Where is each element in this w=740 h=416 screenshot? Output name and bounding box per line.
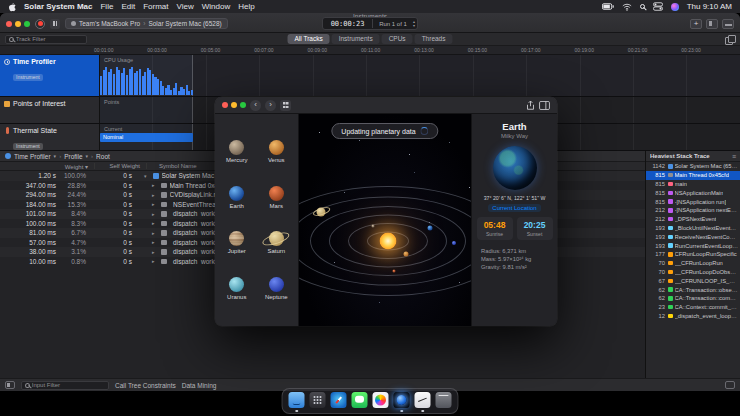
dock-item[interactable] bbox=[310, 392, 326, 408]
siri-icon[interactable] bbox=[671, 3, 679, 11]
disclosure-triangle-icon[interactable]: ▸ bbox=[152, 230, 158, 236]
dock-item[interactable] bbox=[436, 392, 452, 408]
scene-planet[interactable] bbox=[452, 241, 456, 245]
column-weight[interactable]: Weight ▾ bbox=[0, 163, 94, 170]
scene-planet[interactable] bbox=[371, 225, 374, 228]
stack-frame-row[interactable]: 815 NSApplicationMain bbox=[646, 188, 740, 197]
dock-item[interactable] bbox=[373, 392, 389, 408]
track-view-segment[interactable]: Instruments bbox=[332, 34, 380, 44]
sun[interactable] bbox=[380, 233, 397, 250]
scene-planet[interactable] bbox=[317, 207, 326, 216]
dock-item[interactable] bbox=[394, 392, 410, 408]
menu-item[interactable]: Edit bbox=[121, 2, 135, 11]
disclosure-triangle-icon[interactable]: ▸ bbox=[152, 201, 158, 207]
menu-app-name[interactable]: Solar System Mac bbox=[24, 2, 92, 11]
stack-frame-row[interactable]: 12 _dispatch_event_loop_poke bbox=[646, 312, 740, 321]
menu-item[interactable]: File bbox=[100, 2, 113, 11]
stack-frame-row[interactable]: 193 _BlockUntilNextEventMatchingListInMo… bbox=[646, 224, 740, 233]
library-button[interactable]: + bbox=[690, 19, 702, 29]
track-view-segment[interactable]: CPUs bbox=[382, 34, 413, 44]
scene-planet[interactable] bbox=[427, 226, 432, 231]
track-head-time-profiler[interactable]: Time Profiler Instrument bbox=[0, 55, 100, 96]
sidebar-planet-item[interactable]: Jupiter bbox=[228, 231, 246, 254]
minimize-button[interactable] bbox=[231, 102, 237, 108]
target-device-selector[interactable]: Team's MacBook Pro › Solar System Mac (6… bbox=[65, 18, 228, 29]
stack-frame-row[interactable]: 70 __CFRunLoopDoObservers bbox=[646, 268, 740, 277]
zoom-button[interactable] bbox=[240, 102, 246, 108]
wifi-icon[interactable] bbox=[622, 3, 632, 11]
input-filter-field[interactable] bbox=[21, 381, 109, 390]
sidebar-planet-item[interactable]: Earth bbox=[229, 186, 244, 209]
control-center-icon[interactable] bbox=[653, 2, 663, 11]
stack-frame-row[interactable]: 62 CA::Transaction::commit() bbox=[646, 294, 740, 303]
scene-planet[interactable] bbox=[392, 269, 395, 272]
stack-frame-row[interactable]: 815 Main Thread 0x45cfd bbox=[646, 171, 740, 180]
disclosure-triangle-icon[interactable]: ▸ bbox=[152, 239, 158, 245]
input-filter-input[interactable] bbox=[32, 382, 105, 388]
dock-item[interactable] bbox=[352, 392, 368, 408]
breadcrumb-instrument[interactable]: Time Profiler bbox=[14, 153, 51, 160]
close-button[interactable] bbox=[222, 102, 228, 108]
sidebar-planet-item[interactable]: Mercury bbox=[226, 140, 248, 163]
sidebar-planet-item[interactable]: Venus bbox=[268, 140, 285, 163]
track-head-thermal-state[interactable]: Thermal State Instrument bbox=[0, 124, 100, 150]
pause-button[interactable] bbox=[50, 19, 60, 29]
menu-item[interactable]: Help bbox=[238, 2, 254, 11]
detail-pane-toggle-button[interactable] bbox=[722, 19, 734, 29]
back-button[interactable]: ‹ bbox=[250, 100, 261, 111]
run-selector[interactable]: Run 1 of 1 bbox=[373, 21, 413, 27]
track-filter-input[interactable] bbox=[16, 36, 83, 42]
stack-frame-row[interactable]: 70 __CFRunLoopRun bbox=[646, 259, 740, 268]
sidebar-planet-item[interactable]: Uranus bbox=[227, 277, 246, 300]
solar-system-scene[interactable]: Updating planetary data bbox=[299, 114, 471, 326]
battery-icon[interactable] bbox=[602, 3, 614, 10]
expand-detail-icon[interactable] bbox=[725, 381, 735, 389]
disclosure-triangle-icon[interactable]: ▸ bbox=[152, 249, 158, 255]
spotlight-search-icon[interactable] bbox=[640, 4, 645, 9]
breadcrumb-root[interactable]: Root bbox=[96, 153, 110, 160]
menu-clock[interactable]: Thu 9:10 AM bbox=[687, 2, 732, 11]
stack-frame-row[interactable]: 23 CA::Context::commit_transaction(CA::T… bbox=[646, 303, 740, 312]
sidebar-planet-item[interactable]: Mars bbox=[269, 186, 284, 209]
zoom-button[interactable] bbox=[24, 21, 30, 27]
stack-frame-row[interactable]: 815 -[NSApplication run] bbox=[646, 197, 740, 206]
menu-item[interactable]: View bbox=[177, 2, 194, 11]
minimize-button[interactable] bbox=[15, 21, 21, 27]
sidebar-planet-item[interactable]: Neptune bbox=[265, 277, 288, 300]
disclosure-triangle-icon[interactable]: ▸ bbox=[152, 211, 158, 217]
sidebar-toggle-button[interactable] bbox=[539, 101, 550, 110]
run-stepper-icons[interactable]: ▴▾ bbox=[413, 20, 417, 27]
panel-menu-icon[interactable]: ≡ bbox=[732, 153, 736, 160]
column-self-weight[interactable]: Self Weight bbox=[94, 163, 146, 169]
track-view-segment[interactable]: Threads bbox=[415, 34, 453, 44]
stack-frame-row[interactable]: 177 CFRunLoopRunSpecific bbox=[646, 250, 740, 259]
record-button[interactable] bbox=[35, 19, 45, 29]
share-button[interactable] bbox=[526, 100, 535, 111]
menu-item[interactable]: Window bbox=[202, 2, 230, 11]
stack-frame-row[interactable]: 62 CA::Transaction::observer_callback(__… bbox=[646, 285, 740, 294]
duplicate-icon[interactable] bbox=[725, 35, 735, 44]
stack-frame-row[interactable]: 212 -[NSApplication nextEventMatchingMas… bbox=[646, 206, 740, 215]
breadcrumb-view[interactable]: Profile bbox=[64, 153, 82, 160]
sidebar-planet-item[interactable]: Saturn bbox=[267, 231, 285, 254]
stack-frame-row[interactable]: 815 main bbox=[646, 180, 740, 189]
dock-item[interactable] bbox=[289, 392, 305, 408]
disclosure-triangle-icon[interactable]: ▸ bbox=[152, 258, 158, 264]
dock-item[interactable] bbox=[415, 392, 431, 408]
disclosure-triangle-icon[interactable]: ▾ bbox=[144, 173, 150, 179]
scene-planet[interactable] bbox=[403, 251, 408, 256]
data-mining-button[interactable]: Data Mining bbox=[182, 382, 217, 389]
stack-frame-row[interactable]: 212 _DPSNextEvent bbox=[646, 215, 740, 224]
disclosure-triangle-icon[interactable]: ▸ bbox=[152, 182, 158, 188]
menu-item[interactable]: Format bbox=[143, 2, 168, 11]
disclosure-triangle-icon[interactable]: ▸ bbox=[152, 192, 158, 198]
time-profiler-lane[interactable]: CPU Usage bbox=[100, 55, 740, 96]
close-button[interactable] bbox=[6, 21, 12, 27]
dock-item[interactable] bbox=[331, 392, 347, 408]
stack-frame-row[interactable]: 193 RunCurrentEventLoopInMode bbox=[646, 241, 740, 250]
track-view-segment[interactable]: All Tracks bbox=[288, 34, 330, 44]
inspector-toggle-button[interactable] bbox=[706, 19, 718, 29]
stack-frame-row[interactable]: 67 __CFRUNLOOP_IS_CALLING_OUT_TO_AN_OBSE… bbox=[646, 276, 740, 285]
call-tree-constraints-button[interactable]: Call Tree Constraints bbox=[115, 382, 176, 389]
track-filter-field[interactable] bbox=[5, 35, 87, 44]
